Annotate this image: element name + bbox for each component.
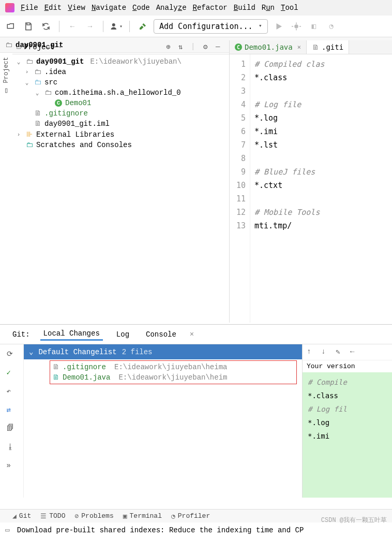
chevron-down-icon[interactable]: ⌄ bbox=[29, 347, 33, 356]
svg-point-1 bbox=[294, 24, 298, 28]
tree-external-libs[interactable]: › ⊪ External Libraries bbox=[12, 129, 229, 140]
editor-tabs: C Demo01.java × 🗎 .giti bbox=[230, 40, 392, 54]
refresh-icon[interactable] bbox=[39, 20, 53, 33]
demo-label: Demo01 bbox=[65, 99, 91, 107]
profile-icon[interactable]: ◔ bbox=[325, 20, 338, 33]
changed-file[interactable]: 🗎 Demo01.java E:\ideawork\jiuyeban\heim bbox=[52, 372, 294, 383]
project-dropdown-icon[interactable]: ▾ bbox=[58, 44, 62, 50]
tab-project[interactable]: ▭Project bbox=[3, 57, 10, 95]
back-icon[interactable]: ← bbox=[350, 347, 359, 357]
target-icon[interactable]: ⊕ bbox=[166, 42, 175, 52]
menu-build[interactable]: Build bbox=[234, 4, 255, 12]
code-area[interactable]: # Compiled clas *.class # Log file *.log… bbox=[250, 54, 392, 323]
project-pane: ▭ Project ▾ ⊕ ⇅ | ⚙ — ⌄ 🗀 day0901_git E:… bbox=[12, 40, 230, 323]
profiler-icon: ◔ bbox=[171, 512, 175, 520]
chevron-right-icon[interactable]: › bbox=[14, 132, 23, 138]
gutter: 12345678910111213 bbox=[230, 54, 250, 323]
diff-icon[interactable]: ⇄ bbox=[7, 405, 17, 416]
tree-src[interactable]: ⌄ 🗀 src bbox=[12, 77, 229, 88]
folder-icon: 🗀 bbox=[25, 57, 34, 66]
chevron-down-icon[interactable]: ⌄ bbox=[23, 79, 31, 86]
tree-package[interactable]: ⌄ 🗀 com.itheima.sh.a_helloworld_0 bbox=[12, 88, 229, 98]
diff-code[interactable]: # Compile *.class # Log fil *.log *.imi bbox=[303, 372, 392, 498]
editor-body[interactable]: 12345678910111213 # Compiled clas *.clas… bbox=[230, 54, 392, 323]
window-icon[interactable]: ▭ bbox=[5, 526, 9, 534]
expand-icon[interactable]: ⇅ bbox=[178, 42, 188, 52]
refresh-icon[interactable]: ⟳ bbox=[7, 350, 17, 360]
chevron-right-icon[interactable]: › bbox=[23, 69, 31, 75]
coverage-icon[interactable]: ◧ bbox=[307, 20, 321, 33]
up-icon[interactable]: ↑ bbox=[307, 347, 316, 357]
gear-icon[interactable]: ⚙ bbox=[203, 42, 213, 52]
tool-todo[interactable]: ☰TODO bbox=[40, 512, 65, 520]
ext-label: External Libraries bbox=[36, 130, 114, 139]
bottom-tool-bar: ◢Git ☰TODO ⊘Problems ▣Terminal ◔Profiler bbox=[0, 509, 392, 522]
project-title[interactable]: Project bbox=[24, 43, 54, 51]
file-name: Demo01.java bbox=[63, 373, 110, 382]
menu-navigate[interactable]: Navigate bbox=[92, 4, 126, 12]
file-icon: 🗎 bbox=[312, 43, 319, 51]
tab-demo01[interactable]: C Demo01.java × bbox=[230, 40, 307, 54]
file-icon: 🗎 bbox=[52, 363, 59, 371]
tab-log[interactable]: Log bbox=[113, 329, 132, 340]
package-label: com.itheima.sh.a_helloworld_0 bbox=[55, 89, 181, 97]
chevron-down-icon[interactable]: ⌄ bbox=[33, 90, 41, 96]
menu-analyze[interactable]: Analyze bbox=[156, 4, 187, 12]
save-icon[interactable] bbox=[22, 20, 35, 33]
git-tabs: Git: Local Changes Log Console × bbox=[0, 325, 392, 344]
menu-edit[interactable]: Edit bbox=[44, 4, 62, 12]
sep: | bbox=[191, 42, 200, 52]
shelve-icon[interactable]: ⭳ bbox=[7, 443, 17, 453]
menu-refactor[interactable]: Refactor bbox=[193, 4, 228, 12]
libs-icon: ⊪ bbox=[25, 130, 34, 139]
folder-icon: 🗀 bbox=[33, 68, 42, 76]
more-icon[interactable]: » bbox=[7, 461, 17, 472]
hammer-icon[interactable] bbox=[136, 20, 149, 33]
menu-tools[interactable]: Tool bbox=[281, 4, 298, 12]
changelist-icon[interactable]: 🗐 bbox=[7, 424, 17, 434]
changelist-count: 2 files bbox=[122, 348, 153, 356]
rollback-icon[interactable]: ↶ bbox=[7, 387, 17, 397]
chevron-down-icon[interactable]: ⌄ bbox=[14, 59, 23, 65]
menu-file[interactable]: File bbox=[21, 4, 38, 12]
tree-idea[interactable]: › 🗀 .idea bbox=[12, 67, 229, 77]
tool-git[interactable]: ◢Git bbox=[12, 512, 31, 520]
back-icon[interactable]: ← bbox=[66, 20, 79, 33]
down-icon[interactable]: ↓ bbox=[321, 347, 330, 357]
app-logo bbox=[5, 3, 14, 12]
minimize-icon[interactable]: — bbox=[216, 42, 225, 52]
menu-run[interactable]: Run bbox=[262, 4, 275, 12]
user-icon[interactable]: ▾ bbox=[110, 20, 123, 33]
tree-root[interactable]: ⌄ 🗀 day0901_git E:\ideawork\jiuyeban\ bbox=[12, 56, 229, 67]
tree-scratches[interactable]: 🗀 Scratches and Consoles bbox=[12, 140, 229, 150]
edit-icon[interactable]: ✎ bbox=[336, 347, 345, 357]
close-icon[interactable]: × bbox=[297, 43, 301, 51]
tree-iml[interactable]: 🗎 day0901_git.iml bbox=[12, 119, 229, 129]
tab-local-changes[interactable]: Local Changes bbox=[40, 328, 103, 341]
tool-problems[interactable]: ⊘Problems bbox=[74, 512, 113, 520]
tree-demo01[interactable]: C Demo01 bbox=[12, 98, 229, 108]
tool-terminal[interactable]: ▣Terminal bbox=[123, 512, 162, 520]
commit-icon[interactable]: ✓ bbox=[7, 368, 17, 379]
forward-icon[interactable]: → bbox=[83, 20, 97, 33]
git-label: Git: bbox=[12, 330, 30, 339]
java-class-icon: C bbox=[235, 43, 242, 51]
debug-icon[interactable] bbox=[290, 20, 303, 33]
root-name: day0901_git bbox=[36, 57, 84, 66]
menu-code[interactable]: Code bbox=[132, 4, 150, 12]
tool-profiler[interactable]: ◔Profiler bbox=[171, 512, 210, 520]
changelist-name: Default Changelist bbox=[38, 348, 116, 356]
changed-file[interactable]: 🗎 .gitignore E:\ideawork\jiuyeban\heima bbox=[52, 362, 294, 372]
open-icon[interactable] bbox=[4, 20, 18, 33]
changelist-header[interactable]: ⌄ Default Changelist 2 files bbox=[24, 344, 302, 359]
status-message: Download pre-built shared indexes: Reduc… bbox=[17, 526, 304, 534]
close-icon[interactable]: × bbox=[190, 330, 194, 339]
tab-gitignore[interactable]: 🗎 .giti bbox=[307, 40, 349, 54]
file-icon: 🗎 bbox=[33, 120, 42, 128]
run-icon[interactable] bbox=[272, 20, 285, 33]
tab-console-git[interactable]: Console bbox=[143, 329, 179, 340]
run-config-dropdown[interactable]: Add Configuration... bbox=[154, 19, 268, 34]
tree-gitignore[interactable]: 🗎 .gitignore bbox=[12, 108, 229, 119]
menu-view[interactable]: View bbox=[68, 4, 85, 12]
tab2-label: .giti bbox=[322, 43, 343, 51]
